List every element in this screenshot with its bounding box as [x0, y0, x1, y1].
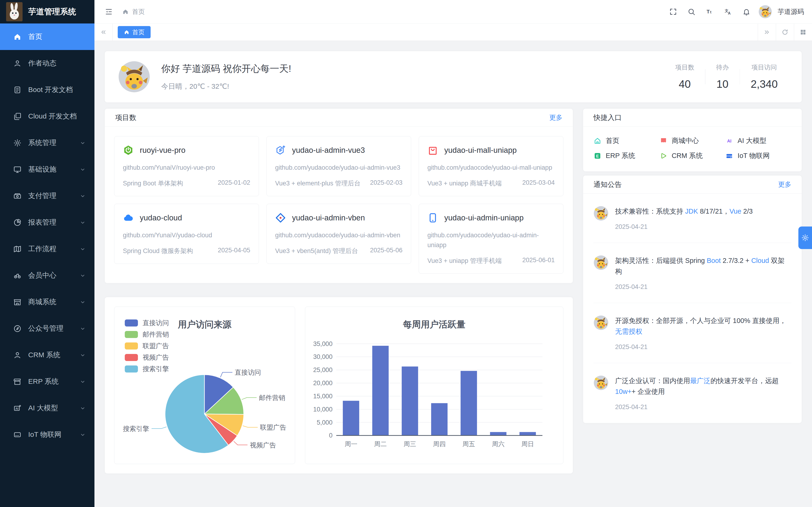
bar-周五[interactable]	[460, 371, 477, 435]
pie-callout-label: 搜索引擎	[123, 425, 149, 432]
bar-周二[interactable]	[372, 346, 389, 435]
main-column: 首页 Tt 文A 芋道源码 首页 你好 芋道源码 祝你开心每一天!	[94, 0, 812, 507]
left-column: 项目数 更多 ruoyi-vue-progithub.com/YunaiV/ru…	[105, 109, 573, 473]
sidebar-item-9[interactable]: 会员中心	[0, 262, 94, 289]
legend-item-邮件营销[interactable]: 邮件营销	[125, 329, 169, 340]
project-card-yudao-ui-admin-vben[interactable]: yudao-ui-admin-vbengithub.com/yudaocode/…	[266, 204, 411, 264]
sidebar-item-label: 商城系统	[28, 297, 73, 307]
collapse-sidebar-button[interactable]	[102, 5, 115, 18]
translate-icon[interactable]: 文A	[722, 5, 734, 18]
tab-home[interactable]: 首页	[118, 26, 151, 38]
notice-item-3[interactable]: 广泛企业认可：国内使用最广泛的快速开发平台，远超 10w++ 企业使用2025-…	[594, 363, 791, 423]
notices-more-link[interactable]: 更多	[778, 180, 791, 189]
shortcut-5[interactable]: IoT 物联网	[725, 151, 791, 161]
shortcut-1[interactable]: 商城中心	[660, 136, 725, 146]
sidebar-item-13[interactable]: ERP 系统	[0, 368, 94, 395]
notice-item-1[interactable]: 架构灵活性：后端提供 Spring Boot 2.7/3.2 + Cloud 双…	[594, 243, 791, 303]
bar-y-tick: 25,000	[313, 367, 333, 374]
project-url[interactable]: github.com/yudaocode/yudao-ui-admin-vben	[275, 230, 402, 240]
shortcut-2[interactable]: AIAI 大模型	[725, 136, 791, 146]
sidebar-item-11[interactable]: 公众号管理	[0, 315, 94, 342]
legend-label: 视频广告	[143, 353, 169, 362]
settings-drawer-button[interactable]	[798, 227, 812, 249]
project-desc: Vue3 + element-plus 管理后台	[275, 179, 360, 187]
chevron-down-icon	[80, 405, 86, 411]
project-desc: Vue3 + uniapp 商城手机端	[427, 179, 502, 187]
bar-周日[interactable]	[519, 432, 536, 436]
sidebar-item-10[interactable]: 商城系统	[0, 289, 94, 315]
sidebar-item-4[interactable]: 系统管理	[0, 129, 94, 156]
sidebar-item-15[interactable]: IoT 物联网	[0, 421, 94, 448]
doc-icon	[13, 86, 21, 94]
notice-link[interactable]: Vue	[729, 208, 742, 215]
project-date: 2025-03-04	[522, 179, 555, 187]
notice-item-2[interactable]: 开源免授权：全部开源，个人与企业可 100% 直接使用，无需授权2025-04-…	[594, 303, 791, 363]
notice-link[interactable]: 无需授权	[615, 328, 642, 335]
project-card-yudao-ui-admin-vue3[interactable]: yudao-ui-admin-vue3github.com/yudaocode/…	[266, 136, 411, 196]
project-card-yudao-ui-admin-uniapp[interactable]: yudao-ui-admin-uniappgithub.com/yudaocod…	[419, 204, 563, 274]
fullscreen-icon[interactable]	[667, 5, 679, 18]
project-card-ruoyi-vue-pro[interactable]: ruoyi-vue-progithub.com/YunaiV/ruoyi-vue…	[114, 136, 259, 196]
shortcut-4[interactable]: CRM 系统	[660, 151, 725, 161]
tabs-scroll-right-button[interactable]	[758, 24, 776, 41]
bar-周一[interactable]	[343, 401, 359, 435]
shortcut-0[interactable]: 首页	[594, 136, 660, 146]
legend-item-视频广告[interactable]: 视频广告	[125, 352, 169, 363]
projects-more-link[interactable]: 更多	[549, 113, 562, 122]
sidebar-item-8[interactable]: 工作流程	[0, 236, 94, 262]
bar-周六[interactable]	[490, 432, 507, 436]
search-icon[interactable]	[685, 5, 698, 18]
stat-value: 10	[716, 78, 729, 91]
scshop-icon	[660, 137, 667, 145]
project-card-yudao-ui-mall-uniapp[interactable]: yudao-ui-mall-uniappgithub.com/yudaocode…	[419, 136, 563, 196]
sidebar-item-7[interactable]: 报表管理	[0, 209, 94, 236]
user-avatar[interactable]	[758, 5, 772, 18]
bell-icon[interactable]	[740, 5, 753, 18]
legend-item-直接访问[interactable]: 直接访问	[125, 317, 169, 329]
sidebar-item-3[interactable]: Cloud 开发文档	[0, 103, 94, 129]
refresh-icon[interactable]	[776, 24, 794, 41]
notices-panel: 通知公告 更多 技术兼容性：系统支持 JDK 8/17/21，Vue 2/320…	[583, 176, 802, 423]
notice-link[interactable]: Boot	[707, 257, 721, 264]
layout-grid-icon[interactable]	[794, 24, 812, 41]
home-icon	[122, 8, 129, 15]
svg-text:AI: AI	[727, 138, 731, 144]
notice-link[interactable]: 10w+	[615, 388, 631, 395]
sidebar-item-12[interactable]: CRM 系统	[0, 342, 94, 368]
tabs-scroll-left-button[interactable]	[94, 24, 112, 41]
notice-link[interactable]: 最广泛	[690, 377, 711, 385]
legend-item-联盟广告[interactable]: 联盟广告	[125, 340, 169, 352]
stat-visits: 项目访问 2,340	[740, 63, 789, 91]
username[interactable]: 芋道源码	[778, 7, 804, 16]
app-logo[interactable]: 芋道管理系统	[0, 0, 94, 23]
projects-grid: ruoyi-vue-progithub.com/YunaiV/ruoyi-vue…	[105, 127, 573, 283]
project-url[interactable]: github.com/yudaocode/yudao-ui-admin-vue3	[275, 163, 402, 172]
bar-周四[interactable]	[431, 403, 448, 436]
project-url[interactable]: github.com/YunaiV/ruoyi-vue-pro	[123, 163, 250, 172]
sidebar-item-6[interactable]: 支付管理	[0, 183, 94, 209]
notice-text-segment: 技术兼容性：系统支持	[615, 208, 685, 215]
project-card-yudao-cloud[interactable]: yudao-cloudgithub.com/YunaiV/yudao-cloud…	[114, 204, 259, 264]
font-size-icon[interactable]: Tt	[703, 5, 716, 18]
bar-y-tick: 15,000	[313, 393, 333, 400]
notice-body: 架构灵活性：后端提供 Spring Boot 2.7/3.2 + Cloud 双…	[615, 255, 791, 291]
notice-link[interactable]: JDK	[685, 208, 698, 215]
shortcut-3[interactable]: EERP 系统	[594, 151, 660, 161]
project-url[interactable]: github.com/yudaocode/yudao-ui-admin-unia…	[427, 230, 555, 250]
bar-周三[interactable]	[402, 367, 418, 435]
sidebar-item-1[interactable]: 作者动态	[0, 50, 94, 76]
project-url[interactable]: github.com/YunaiV/yudao-cloud	[123, 230, 250, 240]
notice-text-segment: 广泛企业认可：国内使用	[615, 377, 690, 385]
project-url[interactable]: github.com/yudaocode/yudao-ui-mall-uniap…	[427, 163, 555, 172]
shortcut-label: AI 大模型	[738, 136, 766, 146]
legend-item-搜索引擎[interactable]: 搜索引擎	[125, 363, 169, 375]
sidebar-item-2[interactable]: Boot 开发文档	[0, 76, 94, 103]
pie-callout-label: 直接访问	[235, 369, 261, 376]
notice-item-0[interactable]: 技术兼容性：系统支持 JDK 8/17/21，Vue 2/32025-04-21	[594, 194, 791, 243]
sidebar-item-5[interactable]: 基础设施	[0, 156, 94, 183]
rabbit-logo-icon	[6, 2, 22, 21]
sidebar-item-0[interactable]: 首页	[0, 23, 94, 50]
notice-link[interactable]: Cloud	[751, 257, 769, 264]
chevron-down-icon	[80, 166, 86, 173]
sidebar-item-14[interactable]: AIAI 大模型	[0, 395, 94, 421]
